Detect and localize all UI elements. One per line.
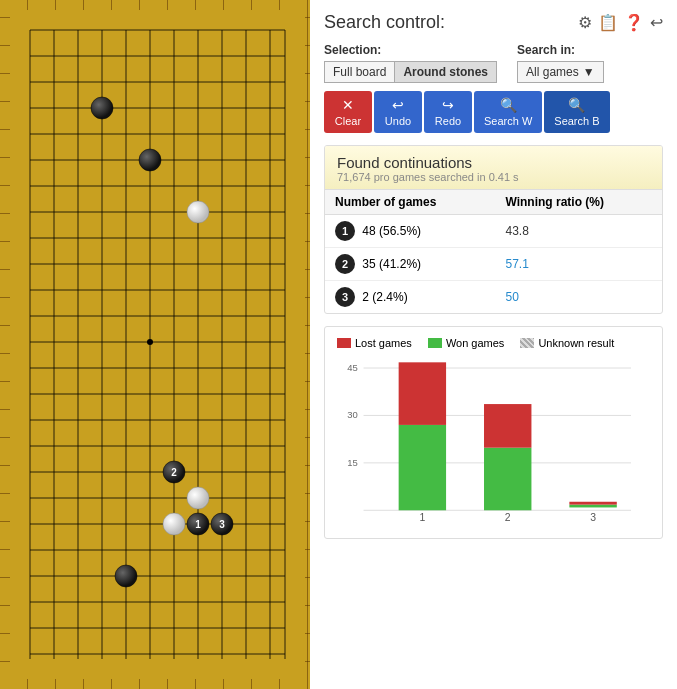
bar3-lost bbox=[569, 502, 616, 505]
redo-label: Redo bbox=[435, 115, 461, 127]
undo-button[interactable]: ↩ Undo bbox=[374, 91, 422, 133]
searchin-dropdown[interactable]: All games ▼ bbox=[517, 61, 604, 83]
searchin-value: All games bbox=[526, 65, 579, 79]
move-number-3: 3 bbox=[335, 287, 355, 307]
row3-games: 3 2 (2.4%) bbox=[325, 281, 495, 314]
searchin-label: Search in: bbox=[517, 43, 604, 57]
col-number-of-games: Number of games bbox=[325, 190, 495, 215]
selection-btn-group: Full board Around stones bbox=[324, 61, 497, 83]
bar3-label: 3 bbox=[590, 512, 596, 523]
selection-label: Selection: bbox=[324, 43, 497, 57]
legend-lost: Lost games bbox=[337, 337, 412, 349]
stone-white-2 bbox=[187, 487, 209, 509]
games-count-1: 48 (56.5%) bbox=[362, 224, 421, 238]
bar1-won bbox=[399, 425, 446, 510]
legend-won-label: Won games bbox=[446, 337, 505, 349]
panel-title-row: Search control: ⚙ 📋 ❓ ↩ bbox=[324, 12, 663, 33]
chart-section: Lost games Won games Unknown result 45 3… bbox=[324, 326, 663, 539]
toolbar: ✕ Clear ↩ Undo ↪ Redo 🔍 Search W 🔍 Searc… bbox=[324, 91, 663, 133]
table-header-row: Number of games Winning ratio (%) bbox=[325, 190, 662, 215]
move-number-2: 2 bbox=[335, 254, 355, 274]
settings-icon[interactable]: ⚙ bbox=[578, 13, 592, 32]
go-board-svg: 2 1 3 bbox=[10, 10, 305, 679]
row2-ratio: 57.1 bbox=[495, 248, 662, 281]
bar3-won bbox=[569, 505, 616, 508]
y-label-15: 15 bbox=[347, 457, 358, 468]
row1-games: 1 48 (56.5%) bbox=[325, 215, 495, 248]
legend-lost-label: Lost games bbox=[355, 337, 412, 349]
games-count-2: 35 (41.2%) bbox=[362, 257, 421, 271]
search-w-button[interactable]: 🔍 Search W bbox=[474, 91, 542, 133]
clear-label: Clear bbox=[335, 115, 361, 127]
search-w-label: Search W bbox=[484, 115, 532, 127]
table-row[interactable]: 3 2 (2.4%) 50 bbox=[325, 281, 662, 314]
bar-chart: 45 30 15 1 2 3 bbox=[337, 357, 650, 527]
chart-legend: Lost games Won games Unknown result bbox=[337, 337, 650, 349]
bar2-label: 2 bbox=[505, 512, 511, 523]
panel-icons: ⚙ 📋 ❓ ↩ bbox=[578, 13, 663, 32]
stone-black-4 bbox=[115, 565, 137, 587]
bar1-label: 1 bbox=[419, 512, 425, 523]
undo-label: Undo bbox=[385, 115, 411, 127]
stone-white-1 bbox=[187, 201, 209, 223]
legend-unknown-color bbox=[520, 338, 534, 348]
panel-title: Search control: bbox=[324, 12, 445, 33]
search-b-label: Search B bbox=[554, 115, 599, 127]
stone-black-2 bbox=[139, 149, 161, 171]
found-table: Number of games Winning ratio (%) 1 48 (… bbox=[325, 190, 662, 313]
legend-won: Won games bbox=[428, 337, 505, 349]
clear-icon: ✕ bbox=[342, 97, 354, 113]
found-title: Found continuations bbox=[337, 154, 650, 171]
stone-label-1: 1 bbox=[195, 519, 201, 530]
legend-won-color bbox=[428, 338, 442, 348]
redo-icon: ↪ bbox=[442, 97, 454, 113]
found-subtitle: 71,674 pro games searched in 0.41 s bbox=[337, 171, 650, 183]
found-continuations-box: Found continuations 71,674 pro games sea… bbox=[324, 145, 663, 314]
row3-ratio: 50 bbox=[495, 281, 662, 314]
legend-unknown: Unknown result bbox=[520, 337, 614, 349]
stone-white-3 bbox=[163, 513, 185, 535]
row1-ratio: 43.8 bbox=[495, 215, 662, 248]
bar2-won bbox=[484, 448, 531, 511]
undo-icon: ↩ bbox=[392, 97, 404, 113]
chevron-down-icon: ▼ bbox=[583, 65, 595, 79]
selection-group: Selection: Full board Around stones bbox=[324, 43, 497, 83]
y-label-30: 30 bbox=[347, 409, 358, 420]
table-row[interactable]: 1 48 (56.5%) 43.8 bbox=[325, 215, 662, 248]
star-point bbox=[147, 339, 153, 345]
col-winning-ratio: Winning ratio (%) bbox=[495, 190, 662, 215]
bar2-lost bbox=[484, 404, 531, 448]
reset-icon[interactable]: ↩ bbox=[650, 13, 663, 32]
copy-icon[interactable]: 📋 bbox=[598, 13, 618, 32]
go-board-container: 2 1 3 bbox=[0, 0, 310, 689]
search-b-button[interactable]: 🔍 Search B bbox=[544, 91, 609, 133]
aroundstones-btn[interactable]: Around stones bbox=[394, 61, 497, 83]
y-label-45: 45 bbox=[347, 362, 358, 373]
redo-button[interactable]: ↪ Redo bbox=[424, 91, 472, 133]
stone-label-3: 3 bbox=[219, 519, 225, 530]
legend-lost-color bbox=[337, 338, 351, 348]
clear-button[interactable]: ✕ Clear bbox=[324, 91, 372, 133]
stone-black-1 bbox=[91, 97, 113, 119]
right-panel: Search control: ⚙ 📋 ❓ ↩ Selection: Full … bbox=[310, 0, 677, 689]
games-count-3: 2 (2.4%) bbox=[362, 290, 407, 304]
help-icon[interactable]: ❓ bbox=[624, 13, 644, 32]
selection-row: Selection: Full board Around stones Sear… bbox=[324, 43, 663, 83]
bar1-lost bbox=[399, 362, 446, 425]
searchin-group: Search in: All games ▼ bbox=[517, 43, 604, 83]
legend-unknown-label: Unknown result bbox=[538, 337, 614, 349]
stone-label-2: 2 bbox=[171, 467, 177, 478]
found-header: Found continuations 71,674 pro games sea… bbox=[325, 146, 662, 190]
table-row[interactable]: 2 35 (41.2%) 57.1 bbox=[325, 248, 662, 281]
row2-games: 2 35 (41.2%) bbox=[325, 248, 495, 281]
fullboard-btn[interactable]: Full board bbox=[324, 61, 394, 83]
search-w-icon: 🔍 bbox=[500, 97, 517, 113]
search-b-icon: 🔍 bbox=[568, 97, 585, 113]
move-number-1: 1 bbox=[335, 221, 355, 241]
